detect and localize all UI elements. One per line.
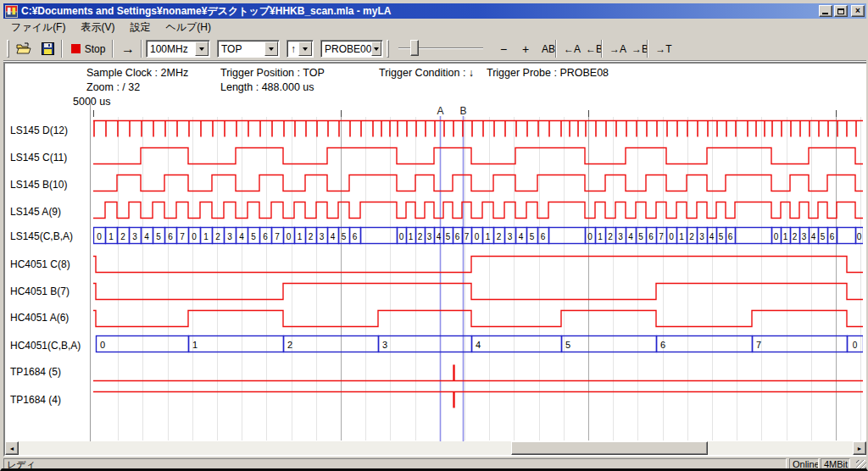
svg-text:6: 6 <box>660 340 665 350</box>
wave-row-8: 012345670 <box>97 336 864 352</box>
wave-row-9 <box>93 365 863 381</box>
scroll-left-button[interactable]: ◄ <box>5 441 19 455</box>
svg-text:1: 1 <box>192 340 198 350</box>
chevron-down-icon[interactable] <box>264 42 278 56</box>
scroll-right-icon: ► <box>857 446 863 452</box>
close-button[interactable]: × <box>851 5 865 17</box>
svg-text:4: 4 <box>709 232 715 241</box>
horizontal-scrollbar[interactable]: ◄ ► <box>5 441 866 455</box>
stop-button[interactable]: Stop <box>68 39 108 58</box>
right-t-icon: →T <box>655 43 671 55</box>
svg-text:3: 3 <box>618 232 623 241</box>
label-column-divider <box>90 103 92 441</box>
maximize-button[interactable] <box>834 5 848 17</box>
svg-text:3: 3 <box>382 340 387 350</box>
waveform-canvas[interactable]: AB01234567012345670123456012345670123456… <box>93 103 863 444</box>
trigger-position-combo[interactable]: TOP <box>217 40 280 58</box>
trigger-position-value: TOP <box>218 43 264 55</box>
wave-row-2 <box>93 175 863 191</box>
trigger-edge-combo[interactable]: ↑ <box>287 40 314 58</box>
wave-row-10 <box>93 392 863 408</box>
svg-text:7: 7 <box>756 340 761 350</box>
chevron-down-icon[interactable] <box>195 42 209 56</box>
toolbar-grip <box>7 40 9 58</box>
chevron-down-icon[interactable] <box>298 42 312 56</box>
titlebar: C:¥Documents and Settings¥noname¥デスクトップ¥… <box>3 3 866 19</box>
chevron-down-icon[interactable] <box>371 42 381 56</box>
right-a-icon: →A <box>609 43 626 55</box>
resize-grip[interactable] <box>856 460 866 470</box>
zoom-in-button[interactable]: + <box>515 39 536 58</box>
toolbar-separator <box>112 40 114 58</box>
svg-text:5: 5 <box>251 232 256 241</box>
toolbar-separator <box>555 40 557 58</box>
trigger-probe-info: Trigger Probe : PROBE08 <box>487 67 609 79</box>
svg-text:0: 0 <box>287 232 292 241</box>
menu-file[interactable]: ファイル(F) <box>3 19 73 36</box>
wave-row-6 <box>93 284 863 300</box>
channel-label: LS145 A(9) <box>10 206 92 221</box>
svg-text:0: 0 <box>669 232 674 241</box>
svg-text:0: 0 <box>399 232 404 241</box>
channel-label: HC4051 A(6) <box>10 312 92 327</box>
svg-text:7: 7 <box>275 232 280 241</box>
svg-text:6: 6 <box>353 232 358 241</box>
plus-icon: + <box>522 42 529 56</box>
scrollbar-thumb[interactable] <box>511 441 708 455</box>
wave-row-0 <box>93 121 863 137</box>
goto-trigger-button[interactable]: →T <box>653 39 675 58</box>
channel-label: HC4051(C,B,A) <box>10 340 92 355</box>
menu-settings[interactable]: 設定 <box>122 19 158 36</box>
svg-text:6: 6 <box>455 232 460 241</box>
trigger-position-info: Trigger Position : TOP <box>220 67 325 79</box>
run-button[interactable]: → <box>117 39 139 58</box>
minimize-button[interactable] <box>819 5 832 17</box>
svg-text:5: 5 <box>821 232 826 241</box>
trigger-condition-info: Trigger Condition : ↓ <box>379 67 474 79</box>
svg-text:1: 1 <box>783 232 788 241</box>
svg-text:0: 0 <box>192 232 197 241</box>
sample-clock-value: 100MHz <box>147 43 195 55</box>
sample-clock-combo[interactable]: 100MHz <box>146 40 210 58</box>
scroll-left-icon: ◄ <box>9 446 15 452</box>
right-b-icon: →B <box>632 43 648 55</box>
channel-label: LS145 D(12) <box>10 125 92 140</box>
svg-text:0: 0 <box>857 232 862 241</box>
status-online: Online <box>789 458 819 470</box>
svg-text:4: 4 <box>239 232 244 241</box>
wave-row-1 <box>93 148 863 164</box>
toolbar: Stop → 100MHz TOP ↑ PROBE00 − + AB ←A <box>3 36 866 61</box>
goto-a-left-button[interactable]: ←A <box>561 39 583 58</box>
status-message: レディ <box>3 458 787 470</box>
trigger-edge-value: ↑ <box>287 43 298 55</box>
svg-text:0: 0 <box>475 232 480 241</box>
save-button[interactable] <box>37 39 58 58</box>
zoom-slider-thumb[interactable] <box>410 40 419 56</box>
channel-label: LS145 B(10) <box>10 179 92 194</box>
svg-text:1: 1 <box>598 232 603 241</box>
svg-text:2: 2 <box>608 232 613 241</box>
open-button[interactable] <box>14 39 34 58</box>
svg-text:6: 6 <box>168 232 173 241</box>
menu-help[interactable]: ヘルプ(H) <box>158 19 219 36</box>
minus-icon: − <box>500 42 507 56</box>
svg-text:0: 0 <box>853 341 858 350</box>
svg-text:1: 1 <box>108 232 114 241</box>
svg-text:4: 4 <box>811 232 816 241</box>
svg-text:5: 5 <box>530 232 535 241</box>
svg-text:5: 5 <box>446 232 451 241</box>
svg-text:4: 4 <box>437 232 442 241</box>
svg-text:2: 2 <box>793 232 798 241</box>
status-memory: 4MBit <box>821 458 850 470</box>
svg-text:2: 2 <box>689 232 694 241</box>
menu-view[interactable]: 表示(V) <box>73 19 122 36</box>
scroll-right-button[interactable]: ► <box>853 441 866 455</box>
svg-text:1: 1 <box>679 232 684 241</box>
svg-text:2: 2 <box>497 232 502 241</box>
svg-text:4: 4 <box>331 232 336 241</box>
svg-text:1: 1 <box>409 232 414 241</box>
zoom-out-button[interactable]: − <box>493 39 514 58</box>
goto-a-right-button[interactable]: →A <box>607 39 629 58</box>
svg-text:7: 7 <box>659 232 664 241</box>
trigger-probe-combo[interactable]: PROBE00 <box>320 40 383 58</box>
